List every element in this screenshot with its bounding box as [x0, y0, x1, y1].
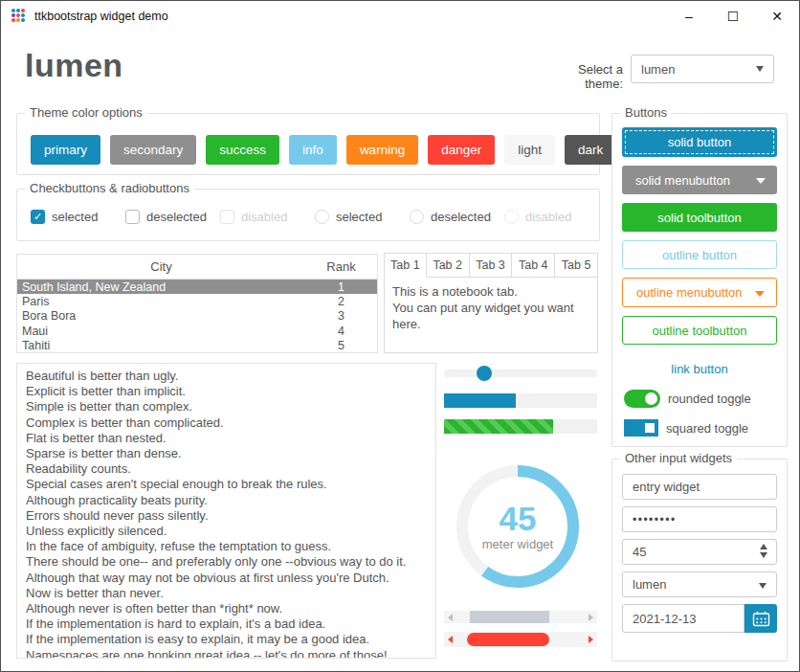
- table-row[interactable]: Maui 4: [17, 324, 377, 338]
- scrollbar-thumb[interactable]: [470, 611, 549, 623]
- scroll-left-icon[interactable]: [448, 614, 453, 621]
- scroll-left-icon[interactable]: [448, 636, 453, 643]
- buttons-legend: Buttons: [620, 105, 672, 120]
- tab-4[interactable]: Tab 4: [512, 253, 555, 278]
- light-button[interactable]: light: [504, 135, 555, 165]
- maximize-button[interactable]: ☐: [711, 1, 755, 32]
- table-row[interactable]: Tahiti 5: [17, 339, 377, 353]
- spin-down-icon[interactable]: [760, 552, 767, 558]
- color-button-row: primary secondary success info warning d…: [17, 114, 599, 165]
- tab-3[interactable]: Tab 3: [470, 253, 513, 278]
- outline-menubutton-label: outline menubutton: [636, 285, 743, 300]
- checkbox-label: deselected: [146, 210, 207, 224]
- tab-1[interactable]: Tab 1: [384, 253, 427, 278]
- outline-button[interactable]: outline button: [622, 240, 777, 269]
- date-entry: 2021-12-13: [622, 604, 777, 633]
- minimize-button[interactable]: –: [667, 1, 711, 32]
- combobox[interactable]: lumen: [622, 571, 777, 597]
- window-title: ttkbootstrap widget demo: [34, 10, 168, 23]
- success-button[interactable]: success: [206, 135, 279, 165]
- dark-button[interactable]: dark: [565, 135, 616, 165]
- spinbox-value: 45: [633, 545, 646, 559]
- tab-2[interactable]: Tab 2: [427, 253, 470, 278]
- danger-button[interactable]: danger: [428, 135, 495, 165]
- squared-toggle[interactable]: squared toggle: [624, 419, 777, 437]
- theme-combobox-value: lumen: [641, 62, 675, 77]
- scale-handle[interactable]: [477, 366, 492, 381]
- progressbar-striped-fill: [444, 419, 553, 434]
- tab-5[interactable]: Tab 5: [555, 253, 598, 278]
- other-inputs-legend: Other input widgets: [620, 451, 737, 465]
- solid-toolbutton-label: solid toolbutton: [657, 211, 741, 225]
- checkbuttons-frame: Checkbuttons & radiobuttons ✓ selected d…: [16, 189, 600, 241]
- radio-disabled: disabled: [504, 210, 599, 224]
- text-widget[interactable]: Beautiful is better than ugly. Explicit …: [16, 363, 436, 659]
- solid-menubutton[interactable]: solid menubutton: [622, 166, 777, 194]
- chevron-down-icon: [759, 583, 767, 589]
- checkbox-deselected[interactable]: deselected: [125, 210, 220, 224]
- danger-scrollbar[interactable]: [444, 632, 597, 647]
- date-field[interactable]: 2021-12-13: [622, 604, 744, 633]
- password-value: ••••••••: [633, 513, 677, 526]
- info-button[interactable]: info: [289, 135, 337, 165]
- radio-label: deselected: [431, 210, 491, 224]
- solid-button[interactable]: solid button: [622, 127, 777, 157]
- theme-color-options-legend: Theme color options: [25, 105, 147, 120]
- primary-button[interactable]: primary: [31, 135, 100, 165]
- theme-combobox[interactable]: lumen: [631, 55, 774, 83]
- solid-toolbutton[interactable]: solid toolbutton: [622, 203, 777, 232]
- radio-label: disabled: [525, 210, 571, 224]
- link-button[interactable]: link button: [622, 357, 777, 380]
- column-header-rank[interactable]: Rank: [305, 259, 377, 274]
- chevron-down-icon: [755, 291, 765, 297]
- checkbox-selected[interactable]: ✓ selected: [31, 210, 125, 224]
- radio-selected[interactable]: selected: [315, 210, 410, 224]
- notebook-content: This is a notebook tab. You can put any …: [384, 277, 598, 353]
- cell-rank: 5: [305, 339, 377, 352]
- outline-toolbutton[interactable]: outline toolbutton: [622, 316, 777, 345]
- calendar-button[interactable]: [744, 604, 777, 633]
- radio-disabled-icon: [504, 210, 519, 224]
- scroll-right-icon[interactable]: [589, 636, 593, 643]
- spin-up-icon[interactable]: [760, 544, 767, 549]
- column-header-city[interactable]: City: [17, 259, 305, 274]
- close-button[interactable]: ✕: [755, 1, 799, 32]
- theme-select-label: Select a theme:: [537, 62, 623, 91]
- meter-value: 45: [500, 503, 537, 535]
- outline-menubutton[interactable]: outline menubutton: [622, 278, 777, 307]
- scale-slider[interactable]: [444, 366, 597, 381]
- theme-color-options-frame: Theme color options primary secondary su…: [16, 113, 600, 175]
- table-row[interactable]: Bora Bora 3: [17, 309, 377, 324]
- combobox-value: lumen: [633, 577, 666, 592]
- scale-track[interactable]: [444, 370, 597, 377]
- spinbox-arrows[interactable]: [760, 544, 767, 558]
- danger-scrollbar-thumb[interactable]: [467, 633, 549, 646]
- table-row[interactable]: Paris 2: [17, 294, 377, 308]
- scroll-right-icon[interactable]: [589, 614, 593, 621]
- secondary-button[interactable]: secondary: [110, 135, 196, 165]
- progressbar-solid: [444, 393, 597, 408]
- rounded-toggle-label: rounded toggle: [668, 392, 751, 406]
- outline-toolbutton-label: outline toolbutton: [652, 324, 746, 338]
- radio-deselected[interactable]: deselected: [410, 210, 504, 224]
- table-row[interactable]: South Island, New Zealand 1: [17, 280, 377, 294]
- toggle-on-icon[interactable]: [624, 390, 660, 408]
- entry-widget[interactable]: entry widget: [622, 474, 777, 500]
- horizontal-scrollbar[interactable]: [444, 611, 597, 623]
- spinbox[interactable]: 45: [622, 539, 777, 565]
- warning-button[interactable]: warning: [346, 135, 418, 165]
- meter-widget[interactable]: 45 meter widget: [454, 462, 582, 591]
- rounded-toggle[interactable]: rounded toggle: [624, 390, 777, 408]
- checkbox-checked-icon: ✓: [31, 210, 45, 224]
- checkbox-disabled-icon: [220, 210, 234, 224]
- toggle-on-icon[interactable]: [624, 419, 658, 437]
- squared-toggle-label: squared toggle: [666, 421, 748, 436]
- date-value: 2021-12-13: [633, 612, 697, 626]
- page-title: lumen: [25, 47, 123, 84]
- cell-city: Paris: [17, 295, 305, 308]
- chevron-down-icon: [756, 66, 764, 72]
- meter-label: meter widget: [482, 537, 553, 551]
- password-field[interactable]: ••••••••: [622, 506, 777, 532]
- titlebar: ttkbootstrap widget demo – ☐ ✕: [1, 1, 799, 32]
- table-header[interactable]: City Rank: [17, 255, 377, 280]
